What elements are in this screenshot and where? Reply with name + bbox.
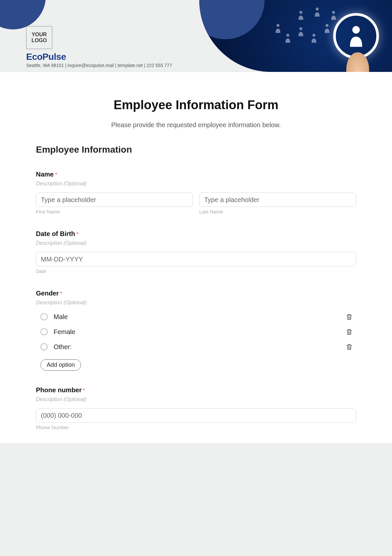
- radio-icon[interactable]: [41, 328, 48, 335]
- radio-icon[interactable]: [41, 313, 48, 320]
- company-contact: Seattle, WA 98101 | inquire@ecopulse.mai…: [26, 63, 172, 68]
- radio-icon[interactable]: [41, 343, 48, 350]
- svg-point-0: [299, 27, 302, 30]
- phone-sublabel: Phone Number: [36, 425, 356, 430]
- required-marker: *: [60, 291, 62, 296]
- svg-point-6: [316, 8, 318, 10]
- hero-image: [199, 0, 392, 72]
- section-heading: Employee Information: [36, 144, 356, 155]
- svg-point-3: [325, 24, 328, 27]
- decorative-circle: [0, 0, 46, 29]
- last-name-sublabel: Last Name: [199, 209, 356, 214]
- person-icon: [323, 23, 331, 33]
- svg-point-1: [312, 34, 315, 37]
- header: YOUR LOGO EcoPulse Seattle, WA 98101 | i…: [0, 0, 392, 72]
- field-gender: Gender* Description (Optional) Male Fema…: [36, 290, 356, 371]
- person-icon: [284, 33, 291, 43]
- person-icon: [297, 26, 304, 37]
- field-label: Phone number: [36, 386, 82, 394]
- company-name: EcoPulse: [26, 52, 172, 62]
- field-description[interactable]: Description (Optional): [36, 181, 356, 187]
- field-dob: Date of Birth* Description (Optional) Da…: [36, 230, 356, 274]
- field-label: Date of Birth: [36, 230, 75, 237]
- person-icon: [330, 10, 337, 20]
- svg-point-4: [276, 24, 279, 27]
- person-icon: [348, 25, 364, 47]
- svg-point-5: [299, 11, 302, 14]
- field-phone: Phone number* Description (Optional) Pho…: [36, 386, 356, 430]
- gender-option[interactable]: Other:: [36, 343, 356, 351]
- person-icon: [274, 23, 282, 33]
- page-subtitle: Please provide the requested employee in…: [36, 121, 356, 129]
- highlight-ring: [333, 13, 379, 59]
- gender-option[interactable]: Male: [36, 313, 356, 321]
- dob-sublabel: Date: [36, 268, 356, 274]
- option-label: Female: [54, 328, 346, 336]
- required-marker: *: [76, 231, 78, 237]
- svg-point-8: [352, 26, 360, 34]
- field-description[interactable]: Description (Optional): [36, 240, 356, 246]
- field-label: Name: [36, 171, 54, 178]
- field-description[interactable]: Description (Optional): [36, 396, 356, 402]
- first-name-sublabel: First Name: [36, 209, 193, 214]
- phone-input[interactable]: [36, 408, 356, 423]
- last-name-input[interactable]: [199, 193, 356, 207]
- svg-point-7: [332, 11, 335, 14]
- add-option-button[interactable]: Add option: [41, 359, 81, 371]
- field-description[interactable]: Description (Optional): [36, 300, 356, 306]
- person-icon: [314, 7, 321, 17]
- page-title: Employee Information Form: [36, 98, 356, 112]
- trash-icon[interactable]: [346, 313, 353, 321]
- form-page: Employee Information Form Please provide…: [0, 72, 392, 443]
- option-label: Other:: [54, 343, 346, 351]
- logo-placeholder: YOUR LOGO: [26, 26, 52, 49]
- field-label: Gender: [36, 290, 59, 297]
- required-marker: *: [55, 172, 57, 177]
- first-name-input[interactable]: [36, 193, 193, 207]
- logo-block: YOUR LOGO EcoPulse Seattle, WA 98101 | i…: [26, 26, 172, 68]
- svg-point-2: [286, 34, 289, 37]
- field-name: Name* Description (Optional) First Name …: [36, 171, 356, 214]
- person-icon: [297, 10, 304, 20]
- trash-icon[interactable]: [346, 343, 353, 351]
- dob-input[interactable]: [36, 252, 356, 266]
- trash-icon[interactable]: [346, 328, 353, 336]
- gender-option[interactable]: Female: [36, 328, 356, 336]
- required-marker: *: [83, 388, 85, 393]
- option-label: Male: [54, 313, 346, 321]
- decorative-circle: [199, 0, 265, 39]
- person-icon: [310, 33, 318, 43]
